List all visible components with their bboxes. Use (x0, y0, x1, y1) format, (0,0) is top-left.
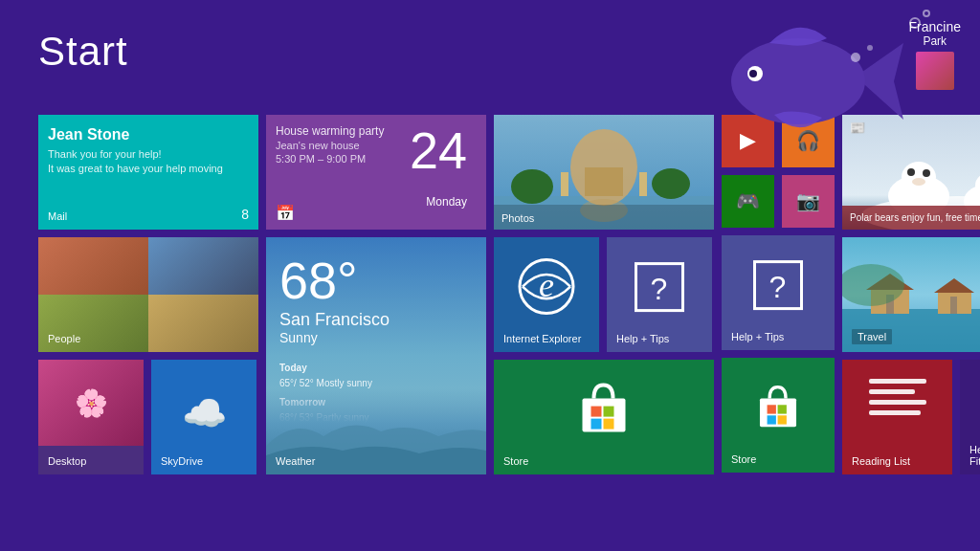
mail-badge: 8 (241, 207, 249, 222)
svg-text:?: ? (651, 272, 668, 306)
svg-rect-27 (778, 405, 787, 413)
svg-point-4 (867, 45, 873, 51)
column-3: Photos e Internet Explorer (494, 115, 714, 474)
svg-point-34 (907, 168, 915, 176)
mail-label: Mail (48, 210, 67, 222)
tile-music[interactable]: 🎧 (782, 115, 835, 167)
bubble-2 (923, 10, 930, 17)
mail-sender: Jean Stone (38, 115, 258, 147)
small-tiles-grid: ▶ 🎧 🎮 📷 (722, 115, 835, 228)
music-icon: 🎧 (796, 128, 820, 151)
tile-skydrive[interactable]: ☁️ SkyDrive (151, 360, 256, 474)
news-headline: Polar bears enjoy fun, free time in thei… (850, 211, 980, 224)
svg-point-12 (652, 168, 690, 199)
user-surname-label: Park (923, 34, 947, 48)
svg-point-33 (902, 162, 936, 192)
help2-label: Help + Tips (731, 331, 784, 342)
tile-video[interactable]: ▶ (722, 115, 774, 167)
column-4-small: ▶ 🎧 🎮 📷 ? Help + Tips (722, 115, 835, 474)
skydrive-label: SkyDrive (161, 455, 203, 467)
user-profile[interactable]: Francine Park (909, 19, 961, 90)
tile-help-2[interactable]: ? Help + Tips (722, 235, 835, 350)
tile-weather[interactable]: 68° San Francisco Sunny Today 65°/ 52° M… (266, 237, 486, 474)
svg-rect-9 (561, 172, 568, 196)
photos-label: Photos (501, 212, 534, 224)
tile-health[interactable]: ❤ Health &amp; Fitness (960, 360, 980, 474)
weather-city: San Francisco (266, 310, 486, 330)
reading-label: Reading List (852, 455, 910, 467)
svg-point-0 (731, 38, 865, 124)
store-icon-svg (573, 378, 635, 440)
tile-news[interactable]: Polar bears enjoy fun, free time in thei… (842, 115, 980, 230)
svg-rect-8 (585, 167, 623, 196)
svg-rect-10 (639, 172, 647, 196)
mail-line1: Thank you for your help! (38, 147, 258, 162)
svg-rect-29 (778, 415, 787, 424)
svg-point-3 (851, 53, 860, 62)
tile-desktop[interactable]: 🌸 Desktop (38, 360, 144, 474)
cal-day: Monday (426, 195, 467, 209)
store2-svg (752, 377, 805, 436)
svg-text:?: ? (769, 270, 787, 304)
tile-store[interactable]: Store (494, 360, 714, 474)
start-title: Start (38, 29, 128, 75)
column-5: Polar bears enjoy fun, free time in thei… (842, 115, 980, 474)
svg-rect-19 (591, 407, 602, 417)
reading-health-row: Reading List ❤ Health &amp; Fitness (842, 360, 980, 474)
tile-travel[interactable]: Travel (842, 237, 980, 352)
store-label: Store (503, 455, 528, 467)
news-icon: 📰 (850, 121, 865, 135)
svg-point-1 (747, 66, 763, 81)
cal-date: 24 (410, 124, 467, 176)
svg-rect-46 (950, 297, 957, 314)
svg-rect-26 (768, 405, 776, 413)
svg-point-2 (749, 70, 757, 77)
ie-logo-svg: e (518, 258, 575, 316)
photos-label-bar: Photos (494, 205, 714, 230)
travel-label: Travel (852, 329, 892, 344)
column-2: House warming party Jean's new house 5:3… (266, 115, 486, 474)
today-label: Today (279, 361, 473, 376)
xbox-icon: 🎮 (736, 188, 760, 211)
tile-people[interactable]: People (38, 237, 258, 352)
svg-point-11 (511, 169, 553, 204)
mail-line2: It was great to have your help moving (38, 162, 258, 176)
tile-photos[interactable]: Photos (494, 115, 714, 230)
svg-rect-22 (604, 419, 614, 430)
svg-rect-21 (591, 419, 602, 430)
calendar-icon: 📅 (276, 204, 295, 222)
camera-icon: 📷 (796, 188, 820, 211)
user-name-label: Francine (909, 19, 961, 34)
help-label: Help + Tips (616, 333, 669, 344)
tile-camera[interactable]: 📷 (782, 175, 835, 228)
tile-store-2[interactable]: Store (722, 358, 835, 473)
help2-svg: ? (752, 259, 805, 312)
tile-xbox[interactable]: 🎮 (722, 175, 774, 228)
weather-label: Weather (276, 455, 315, 467)
store2-label: Store (731, 453, 756, 465)
user-avatar[interactable] (916, 52, 954, 90)
tiles-container: Jean Stone Thank you for your help! It w… (38, 115, 980, 474)
help-icon-svg: ? (634, 261, 686, 314)
tile-ie[interactable]: e Internet Explorer (494, 237, 599, 352)
bottom-row-col1: 🌸 Desktop ☁️ SkyDrive (38, 360, 258, 474)
health-label: Health &amp; Fitness (969, 444, 980, 467)
column-1: Jean Stone Thank you for your help! It w… (38, 115, 258, 474)
tile-reading[interactable]: Reading List (842, 360, 952, 474)
tile-help[interactable]: ? Help + Tips (607, 237, 712, 352)
news-overlay: Polar bears enjoy fun, free time in thei… (842, 206, 980, 230)
tile-mail[interactable]: Jean Stone Thank you for your help! It w… (38, 115, 258, 230)
ie-label: Internet Explorer (503, 333, 581, 344)
svg-rect-28 (768, 415, 776, 424)
video-icon: ▶ (740, 127, 756, 152)
desktop-label: Desktop (48, 455, 86, 467)
weather-temp: 68° (266, 237, 486, 310)
tile-calendar[interactable]: House warming party Jean's new house 5:3… (266, 115, 486, 230)
ie-help-row: e Internet Explorer ? Help + Tips (494, 237, 714, 352)
svg-point-35 (923, 169, 930, 177)
weather-condition: Sunny (266, 330, 486, 353)
svg-point-36 (912, 178, 925, 186)
svg-rect-20 (604, 407, 614, 417)
people-label: People (48, 333, 80, 344)
